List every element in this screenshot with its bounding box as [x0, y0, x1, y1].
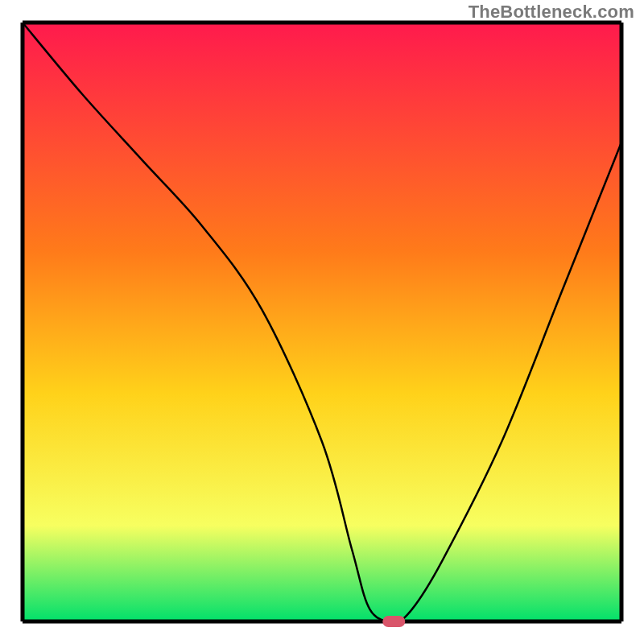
bottleneck-chart	[0, 0, 644, 644]
watermark-text: TheBottleneck.com	[469, 2, 634, 23]
plot-background	[23, 23, 621, 621]
optimal-point-marker	[382, 616, 405, 627]
chart-container: TheBottleneck.com	[0, 0, 644, 644]
